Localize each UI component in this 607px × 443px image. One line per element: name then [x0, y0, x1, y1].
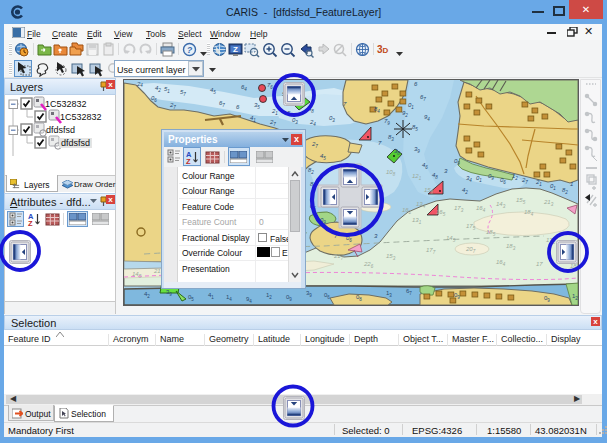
svg-text:79: 79 — [384, 118, 390, 126]
svg-text:3: 3 — [444, 168, 448, 174]
svg-text:06: 06 — [310, 203, 316, 211]
svg-text:01: 01 — [550, 183, 556, 191]
svg-text:64: 64 — [241, 84, 247, 92]
svg-text:?: ? — [187, 45, 193, 55]
svg-text:Z: Z — [28, 219, 33, 227]
svg-text:Z: Z — [186, 157, 191, 165]
svg-text:27: 27 — [269, 119, 276, 127]
svg-text:Z: Z — [233, 45, 238, 54]
svg-text:76: 76 — [267, 82, 273, 90]
svg-text:21: 21 — [153, 268, 161, 274]
svg-text:3: 3 — [374, 233, 378, 239]
svg-text:48: 48 — [432, 172, 438, 180]
svg-text:45: 45 — [320, 195, 326, 203]
svg-text:27: 27 — [169, 102, 176, 110]
svg-text:83: 83 — [388, 134, 394, 142]
svg-text:17: 17 — [536, 261, 543, 267]
svg-text:82: 82 — [562, 187, 568, 195]
svg-text:1: 1 — [570, 181, 573, 187]
svg-text:42: 42 — [462, 187, 468, 195]
